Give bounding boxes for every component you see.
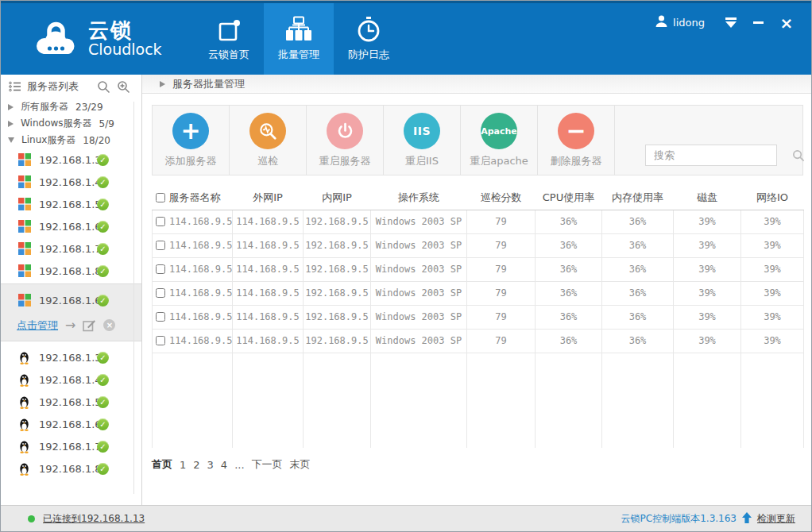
- table-row[interactable]: 114.168.9.5114.168.9.5192.168.9.5Windows…: [153, 257, 804, 281]
- search-icon[interactable]: [97, 80, 110, 94]
- windows-icon: [18, 220, 32, 233]
- server-item[interactable]: 192.168.1.3✓: [1, 346, 141, 368]
- nav-tab-label: 防护日志: [348, 48, 389, 62]
- sidebar-scrollbar[interactable]: [133, 102, 134, 494]
- apache-icon: Apache: [481, 113, 517, 149]
- server-ip: 192.168.1.4: [39, 176, 97, 188]
- table-row[interactable]: 114.168.9.5114.168.9.5192.168.9.5Windows…: [153, 210, 804, 233]
- toolbar-button-restart-server[interactable]: 重启服务器: [307, 106, 384, 175]
- server-item[interactable]: 192.168.1.8✓: [1, 457, 141, 480]
- column-header[interactable]: 外网IP: [233, 186, 304, 210]
- page-number[interactable]: 1: [180, 459, 186, 471]
- toolbar-button-label: 巡检: [257, 154, 278, 168]
- windows-icon: [18, 153, 32, 166]
- row-checkbox[interactable]: [156, 312, 165, 322]
- table-cell: 36%: [602, 257, 674, 281]
- server-ip: 192.168.1.4: [39, 374, 97, 386]
- toolbar-button-label: 添加服务器: [165, 154, 217, 168]
- server-item[interactable]: 192.168.1.6✓: [1, 413, 141, 435]
- column-header[interactable]: 服务器名称: [153, 186, 233, 210]
- status-online-icon: ✓: [97, 463, 109, 475]
- server-item[interactable]: 192.168.1.7✓: [1, 237, 141, 260]
- toolbar-button-restart-iis[interactable]: IIS重启IIS: [384, 106, 461, 175]
- close-button[interactable]: ×: [779, 16, 794, 30]
- column-header[interactable]: CPU使用率: [536, 186, 602, 210]
- server-group[interactable]: 所有服务器23/29: [1, 98, 141, 115]
- server-item[interactable]: 192.168.1.8✓: [1, 260, 141, 282]
- linux-icon: [18, 373, 32, 387]
- windows-server-list: 192.168.1.3✓192.168.1.4✓192.168.1.5✓192.…: [1, 148, 141, 282]
- remove-server-icon[interactable]: ×: [103, 319, 115, 331]
- table-row[interactable]: 114.168.9.5114.168.9.5192.168.9.5Windows…: [153, 329, 804, 353]
- group-count: 5/9: [99, 118, 114, 129]
- minimize-button[interactable]: [751, 16, 765, 30]
- server-item[interactable]: 192.168.1.5✓: [1, 193, 141, 215]
- connection-link[interactable]: 已连接到192.168.1.13: [43, 512, 145, 526]
- row-checkbox[interactable]: [156, 264, 165, 274]
- main-nav: 云锁首页批量管理防护日志: [194, 3, 404, 75]
- table-cell: 114.168.9.5: [233, 305, 304, 329]
- page-number[interactable]: 4: [221, 459, 227, 471]
- page-first[interactable]: 首页: [152, 457, 172, 472]
- page-next[interactable]: 下一页: [252, 457, 283, 472]
- column-header[interactable]: 内存使用率: [602, 186, 674, 210]
- toolbar-button-delete-server[interactable]: −删除服务器: [538, 106, 615, 175]
- row-checkbox[interactable]: [156, 241, 165, 250]
- page-number[interactable]: 3: [207, 459, 214, 471]
- server-item[interactable]: 192.168.1.4✓: [1, 368, 141, 391]
- edit-icon[interactable]: [83, 318, 96, 332]
- table-cell: 36%: [602, 210, 674, 233]
- server-ip: 192.168.1.7: [39, 441, 97, 453]
- row-checkbox[interactable]: [156, 288, 165, 298]
- menu-dropdown-icon[interactable]: [725, 17, 737, 28]
- nav-tab-home[interactable]: 云锁首页: [194, 3, 264, 75]
- table-cell: 79: [467, 281, 536, 305]
- page-last[interactable]: 末页: [290, 457, 311, 472]
- user-name[interactable]: lidong: [673, 17, 705, 29]
- status-online-icon: ✓: [97, 441, 109, 453]
- column-header[interactable]: 网络IO: [741, 186, 804, 210]
- server-item[interactable]: 192.168.1.4✓: [1, 171, 141, 193]
- server-group[interactable]: Windows服务器5/9: [1, 115, 141, 132]
- column-header[interactable]: 磁盘: [674, 186, 741, 210]
- table-cell: 36%: [536, 329, 602, 353]
- search-icon[interactable]: [792, 149, 805, 162]
- server-item[interactable]: 192.168.1.6✓: [1, 215, 141, 237]
- table-cell: 39%: [674, 329, 741, 353]
- server-item[interactable]: 192.168.1.3✓: [1, 148, 141, 171]
- table-cell: 192.168.9.5: [304, 257, 371, 281]
- table-cell: Windows 2003 SP: [371, 329, 467, 353]
- breadcrumb-arrow-icon: [160, 81, 165, 87]
- status-online-icon: ✓: [97, 352, 109, 364]
- zoom-in-icon[interactable]: [117, 80, 130, 94]
- nav-tab-batch[interactable]: 批量管理: [264, 3, 334, 75]
- toolbar-button-restart-apache[interactable]: Apache重启apache: [461, 106, 538, 175]
- arrow-right-icon[interactable]: →: [65, 318, 75, 333]
- server-group[interactable]: Linux服务器18/20: [1, 132, 141, 148]
- check-update-link[interactable]: 检测更新: [757, 512, 795, 526]
- status-bar: 已连接到192.168.1.13 云锁PC控制端版本1.3.163 检测更新: [1, 505, 811, 531]
- table-row[interactable]: 114.168.9.5114.168.9.5192.168.9.5Windows…: [153, 233, 804, 257]
- select-all-checkbox[interactable]: [156, 193, 165, 202]
- chevron-right-icon: [8, 104, 14, 110]
- row-checkbox[interactable]: [156, 217, 165, 226]
- server-item[interactable]: 192.168.1.7✓: [1, 435, 141, 457]
- row-checkbox[interactable]: [156, 336, 165, 345]
- table-row[interactable]: 114.168.9.5114.168.9.5192.168.9.5Windows…: [153, 281, 804, 305]
- column-header[interactable]: 巡检分数: [467, 186, 536, 210]
- nav-tab-logs[interactable]: 防护日志: [334, 3, 404, 75]
- linux-server-list: 192.168.1.3✓192.168.1.4✓192.168.1.5✓192.…: [1, 346, 141, 480]
- table-cell: 192.168.9.5: [304, 305, 371, 329]
- column-header[interactable]: 内网IP: [304, 186, 371, 210]
- brand-subtitle: Cloudlock: [88, 40, 162, 58]
- toolbar-button-inspect[interactable]: 巡检: [230, 106, 307, 175]
- manage-link[interactable]: 点击管理: [17, 318, 58, 333]
- table-row[interactable]: 114.168.9.5114.168.9.5192.168.9.5Windows…: [153, 305, 804, 329]
- page-number[interactable]: 2: [193, 459, 199, 471]
- search-input[interactable]: [646, 149, 792, 161]
- column-header[interactable]: 操作系统: [371, 186, 467, 210]
- server-item[interactable]: 192.168.1.5✓: [1, 391, 141, 413]
- server-ip: 192.168.1.8: [39, 265, 97, 277]
- selected-server-row[interactable]: 192.168.1.6 ✓: [1, 291, 141, 310]
- toolbar-button-add-server[interactable]: +添加服务器: [153, 106, 230, 175]
